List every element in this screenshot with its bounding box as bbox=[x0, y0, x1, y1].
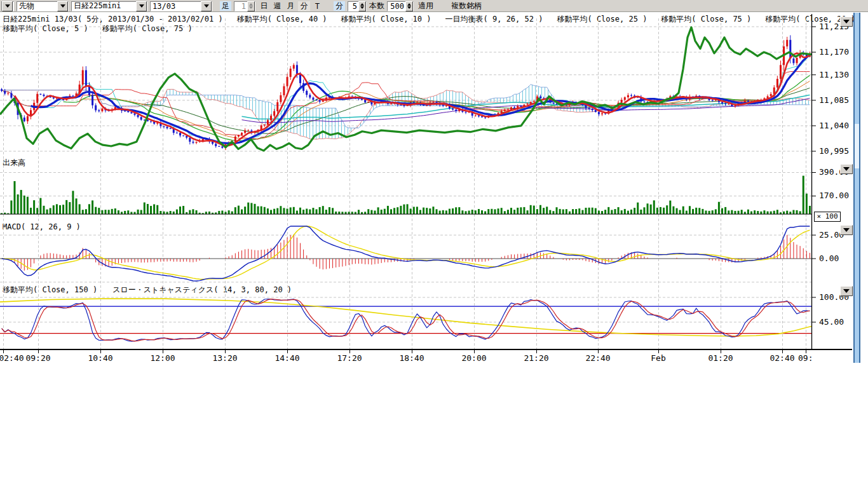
axis-label: 21:20 bbox=[524, 353, 548, 363]
mini-dropdown[interactable] bbox=[1, 1, 14, 11]
period-button-月[interactable]: 月 bbox=[285, 1, 297, 11]
chart-canvas[interactable]: 11,21511,17011,13011,08511,04010,995390.… bbox=[0, 12, 868, 369]
count-spinner[interactable]: 500 bbox=[387, 1, 414, 11]
axis-label: 14:40 bbox=[275, 353, 299, 363]
toolbar: 先物 日経225mini 13/03 足 1 日週月分T 分 5 本数 500 … bbox=[0, 0, 868, 12]
price-axis-scale-button[interactable] bbox=[840, 17, 853, 27]
instrument-type-select[interactable]: 先物 bbox=[17, 1, 69, 11]
chart-application-window: { "toolbar": { "instrument_type": "先物", … bbox=[0, 0, 868, 488]
multi-symbol-button[interactable]: 複数銘柄 bbox=[449, 1, 484, 11]
apply-button[interactable]: 適用 bbox=[416, 1, 435, 11]
axis-label: Feb bbox=[651, 353, 666, 363]
axis-label: 02:40 bbox=[0, 353, 24, 363]
axis-label: 09: bbox=[798, 353, 813, 363]
axis-label: 01:20 bbox=[708, 353, 733, 363]
period-button-日[interactable]: 日 bbox=[258, 1, 270, 11]
macd-axis-scale-button[interactable] bbox=[840, 225, 853, 235]
instrument-type-value: 先物 bbox=[17, 1, 57, 11]
axis-label: 11,170 bbox=[819, 47, 849, 57]
volume-axis-scale-button[interactable] bbox=[840, 164, 853, 174]
symbol-value: 日経225mini bbox=[72, 1, 136, 11]
dropdown-arrow-icon[interactable] bbox=[136, 1, 147, 11]
axis-label: 0.00 bbox=[819, 254, 839, 263]
period-button-T[interactable]: T bbox=[311, 1, 323, 11]
stoch-axis-scale-button[interactable] bbox=[840, 286, 853, 296]
count-label: 本数 bbox=[369, 1, 384, 11]
axis-label: 12:00 bbox=[150, 353, 175, 363]
contract-month-value: 13/03 bbox=[151, 2, 201, 11]
spinner-handle-icon[interactable] bbox=[247, 1, 255, 11]
contract-month-select[interactable]: 13/03 bbox=[150, 1, 212, 11]
period-button-分[interactable]: 分 bbox=[298, 1, 310, 11]
axis-label: 11,085 bbox=[819, 95, 849, 105]
axis-label: 11,040 bbox=[819, 121, 849, 130]
axis-label: 02:40 bbox=[770, 353, 794, 363]
spinner-handle-icon[interactable] bbox=[405, 1, 413, 11]
axis-label: 20:00 bbox=[461, 353, 486, 363]
bar-interval-spinner[interactable]: 1 bbox=[234, 1, 255, 11]
axis-label: 18:40 bbox=[399, 353, 424, 363]
vertical-scrollbar[interactable] bbox=[853, 13, 860, 363]
period-button-週[interactable]: 週 bbox=[271, 1, 283, 11]
dropdown-arrow-icon[interactable] bbox=[201, 1, 212, 11]
axis-label: 11,130 bbox=[819, 70, 849, 79]
axis-label: 45.00 bbox=[819, 317, 844, 327]
symbol-select[interactable]: 日経225mini bbox=[71, 1, 147, 11]
dropdown-arrow-icon[interactable] bbox=[57, 1, 68, 11]
bar-type-label: 足 bbox=[220, 1, 231, 11]
axis-label: 10,995 bbox=[819, 146, 849, 156]
volume-multiplier-badge: × 100 bbox=[814, 212, 841, 222]
dropdown-arrow-icon[interactable] bbox=[2, 1, 13, 11]
axis-label: 22:40 bbox=[585, 353, 610, 363]
minutes-spinner[interactable]: 5 bbox=[348, 1, 367, 11]
axis-label: 10:40 bbox=[88, 353, 112, 363]
minutes-label: 分 bbox=[334, 1, 345, 11]
period-button-group: 日週月分T bbox=[258, 1, 323, 11]
axis-label: 170.00 bbox=[819, 191, 849, 200]
axis-label: 09:20 bbox=[25, 353, 50, 363]
axis-label: 17:20 bbox=[337, 353, 362, 363]
axis-label: 13:20 bbox=[212, 353, 237, 363]
spinner-handle-icon[interactable] bbox=[358, 1, 366, 11]
scrollbar-thumb[interactable] bbox=[855, 124, 859, 168]
